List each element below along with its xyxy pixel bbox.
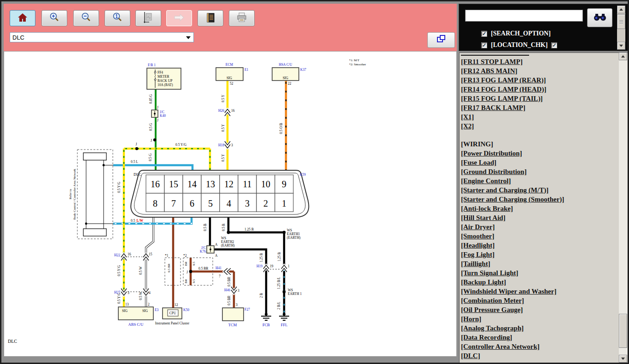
app-window: DLC Refer to Body Control / Controller A…: [0, 0, 629, 364]
search-button[interactable]: [587, 8, 612, 27]
svg-text:0.5 Y: 0.5 Y: [221, 94, 225, 102]
nav-link[interactable]: [Data Recording]: [461, 333, 617, 342]
nav-link[interactable]: [Analog Tachograph]: [461, 324, 617, 333]
svg-text:0.5 BR: 0.5 BR: [167, 263, 170, 272]
svg-text:HSA C/U: HSA C/U: [279, 63, 293, 67]
svg-text:E3: E3: [155, 308, 159, 312]
dlc-connector: 161514131211109 87654321 DLC K59: [131, 170, 309, 217]
svg-text:15: 15: [169, 179, 178, 189]
nav-link[interactable]: [Windshield Wiper and Washer]: [461, 287, 617, 296]
nav-link[interactable]: [Taillight]: [461, 259, 617, 268]
nav-link[interactable]: [Turn Signal Light]: [461, 268, 617, 277]
svg-text:11: 11: [243, 179, 251, 189]
nav-list-items: [FR11 STOP LAMP] [FR12 ABS MAIN] [FR13 F…: [461, 54, 617, 360]
svg-text:CPU: CPU: [169, 311, 176, 315]
svg-text:16: 16: [231, 109, 235, 113]
home-button[interactable]: [10, 10, 35, 26]
search-option-checkbox[interactable]: ✓: [481, 31, 487, 37]
fit-page-button[interactable]: [135, 10, 161, 26]
svg-text:10: 10: [261, 179, 270, 189]
zoom-actual-button[interactable]: [105, 10, 130, 26]
zoom-in-button[interactable]: [41, 10, 67, 26]
nav-link[interactable]: [Horn]: [461, 314, 617, 324]
svg-text:*1: *1: [165, 254, 169, 258]
nav-link[interactable]: [X1]: [461, 112, 617, 121]
can-refer-component: Refer to Body Control / Controller Area …: [69, 150, 113, 239]
svg-text:2 B: 2 B: [259, 293, 263, 298]
nav-link[interactable]: [Ground Distribution]: [461, 167, 617, 176]
svg-text:METER: METER: [157, 75, 169, 79]
nav-link[interactable]: [Starter and Charging (M/T)]: [461, 185, 617, 195]
nav-link[interactable]: [Headlight]: [461, 241, 617, 250]
svg-text:Instrument Panel Cluster: Instrument Panel Cluster: [155, 321, 190, 325]
nav-link[interactable]: [Fog Light]: [461, 250, 617, 259]
svg-text:*2: *2: [183, 254, 187, 258]
right-panel: ✓ [SEARCH_OPTION] ✓ [LOCATION_CHK] ✓ [FR…: [459, 4, 628, 363]
location-chk-extra-checkbox[interactable]: ✓: [551, 42, 557, 48]
nav-link[interactable]: [Smoother]: [461, 231, 617, 241]
zoom-out-icon: [81, 12, 92, 25]
svg-text:SIG: SIG: [122, 309, 128, 313]
nav-link-dlc[interactable]: [DLC]: [461, 351, 617, 360]
svg-text:0.5 Y/G: 0.5 Y/G: [117, 181, 121, 192]
svg-text:A: A: [215, 254, 218, 258]
nav-link[interactable]: [FR11 STOP LAMP]: [461, 57, 617, 66]
nav-link[interactable]: [Fuse Load]: [461, 158, 617, 167]
nav-link[interactable]: [Power Distribution]: [461, 149, 617, 158]
index-book-button[interactable]: [198, 10, 223, 26]
svg-text:6: 6: [190, 198, 194, 208]
nav-link[interactable]: [FR15 FOG LAMP (TAIL)]: [461, 94, 617, 103]
nav-link[interactable]: [FR12 ABS MAIN]: [461, 66, 617, 75]
svg-text:K40: K40: [160, 114, 166, 118]
index-book-icon: [205, 12, 216, 25]
print-button[interactable]: [229, 10, 255, 26]
nav-link[interactable]: [Backup Light]: [461, 277, 617, 287]
svg-text:0.5 G: 0.5 G: [149, 123, 153, 131]
diagram-select[interactable]: DLC: [10, 32, 194, 42]
svg-text:FF4: FF4: [157, 70, 163, 75]
nav-link[interactable]: [Air Dryer]: [461, 222, 617, 231]
location-chk-checkbox[interactable]: ✓: [481, 42, 487, 48]
nav-link[interactable]: [Anti-lock Brake]: [461, 204, 617, 213]
svg-text:1.25 B: 1.25 B: [245, 227, 254, 231]
zoom-out-button[interactable]: [73, 10, 99, 26]
svg-text:1.25 B/L: 1.25 B/L: [277, 277, 281, 289]
nav-scroll-up-button[interactable]: [619, 52, 627, 60]
svg-text:0.5 B: 0.5 B: [203, 224, 207, 231]
svg-text:7: 7: [171, 198, 176, 208]
nav-link[interactable]: [X2]: [461, 121, 617, 131]
search-input[interactable]: [465, 10, 583, 22]
nav-link[interactable]: [Combination Meter]: [461, 296, 617, 305]
diagram-canvas[interactable]: Refer to Body Control / Controller Area …: [4, 51, 457, 357]
arrow-down-icon: [621, 358, 625, 360]
nav-link-partial[interactable]: [461, 54, 529, 56]
svg-text:0.5 Y: 0.5 Y: [221, 154, 225, 162]
svg-text:13: 13: [125, 302, 129, 306]
svg-text:0.5 Y/G: 0.5 Y/G: [175, 143, 186, 147]
svg-text:3: 3: [245, 198, 250, 208]
svg-text:EARTH 1: EARTH 1: [288, 292, 302, 296]
forward-arrow-icon: [173, 12, 186, 24]
search-scroll-thumb[interactable]: [617, 14, 625, 29]
nav-link[interactable]: [Starter and Charging (Smoother)]: [461, 195, 617, 204]
forward-button[interactable]: [166, 10, 192, 26]
svg-text:0.5 O/B: 0.5 O/B: [279, 123, 283, 134]
binoculars-icon: [593, 12, 607, 24]
svg-text:1.25 B: 1.25 B: [259, 253, 263, 262]
cascade-windows-button[interactable]: [427, 32, 455, 48]
nav-scroll-down-button[interactable]: [619, 355, 627, 363]
nav-link[interactable]: [Engine Control]: [461, 176, 617, 185]
nav-link[interactable]: [Controller Area Network]: [461, 342, 617, 351]
search-scroll-up-button[interactable]: [617, 6, 625, 13]
nav-scroll-thumb[interactable]: [619, 314, 627, 348]
search-scroll-down-button[interactable]: [617, 42, 625, 50]
search-option-label: [SEARCH_OPTION]: [491, 30, 551, 37]
svg-text:0.5 BR: 0.5 BR: [227, 295, 231, 305]
variant-notes: *1: M/T *2: Smoother: [349, 58, 367, 66]
nav-link[interactable]: [FR14 FOG LAMP (HEAD)]: [461, 85, 617, 94]
nav-link[interactable]: [FR13 FOG LAMP (REAR)]: [461, 75, 617, 85]
nav-link[interactable]: [Oil Pressure Gauge]: [461, 305, 617, 314]
svg-text:E1: E1: [245, 68, 249, 72]
nav-link[interactable]: [FR17 BACK LAMP]: [461, 103, 617, 112]
nav-link[interactable]: [Hill Start Aid]: [461, 213, 617, 222]
